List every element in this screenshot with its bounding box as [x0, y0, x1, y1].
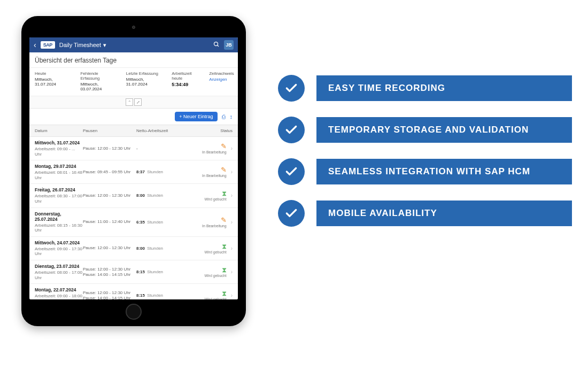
hourglass-icon: ⧗	[222, 190, 227, 197]
row-net-unit: Stunden	[146, 269, 163, 274]
feature-label: TEMPORARY STORAGE AND VALIDATION	[316, 117, 572, 143]
info-last: Letzte Erfassung Mittwoch, 31.07.2024	[126, 71, 164, 91]
sap-logo: SAP	[41, 41, 55, 49]
row-status-label: In Bearbeitung	[202, 224, 227, 228]
pencil-icon: ✎	[221, 217, 227, 223]
app-bar: ‹ SAP Daily Timesheet ▾ JB	[29, 37, 238, 52]
chevron-right-icon: ›	[231, 145, 233, 151]
row-pause-col: Pause: 11:00 - 12:40 Uhr	[83, 219, 136, 225]
row-date: Mittwoch, 24.07.2024	[35, 240, 83, 245]
row-worktime: Arbeitszeit: 09:00 - 17:30 Uhr	[35, 246, 83, 257]
row-worktime: Arbeitszeit: 08:15 - 16:30 Uhr	[35, 223, 83, 233]
row-status-label: Wird gebucht	[204, 274, 226, 278]
row-date-col: Mittwoch, 31.07.2024Arbeitszeit: 09:00 -…	[35, 140, 83, 157]
row-date: Montag, 22.07.2024	[35, 287, 83, 292]
row-date-col: Freitag, 26.07.2024Arbeitszeit: 08:30 - …	[35, 187, 83, 204]
col-pause: Pausen	[83, 128, 136, 133]
row-status-label: Wird gebucht	[204, 197, 226, 201]
row-status-label: In Bearbeitung	[202, 174, 227, 178]
table-header: Datum Pausen Netto-Arbeitszeit Status	[29, 125, 238, 137]
row-pause: Pause: 12:00 - 12:30 Uhr	[83, 146, 136, 151]
table-row[interactable]: Mittwoch, 31.07.2024Arbeitszeit: 09:00 -…	[29, 137, 238, 160]
row-net-col: 8:00 Stunden	[136, 193, 174, 198]
row-net-unit: Stunden	[146, 169, 163, 174]
table-row[interactable]: Mittwoch, 24.07.2024Arbeitszeit: 09:00 -…	[29, 237, 238, 260]
row-net-unit: Stunden	[146, 293, 163, 298]
chevron-right-icon: ›	[231, 292, 233, 298]
table-row[interactable]: Montag, 29.07.2024Arbeitszeit: 08:01 - 1…	[29, 160, 238, 184]
feature-label: SEAMLESS INTEGRATION WITH SAP HCM	[316, 159, 572, 184]
chevron-right-icon: ›	[231, 192, 233, 198]
print-icon[interactable]: ⎙	[222, 113, 226, 120]
row-net-col: 8:15 Stunden	[136, 293, 174, 298]
app-screen: ‹ SAP Daily Timesheet ▾ JB Übersicht der…	[29, 37, 238, 299]
row-date: Dienstag, 23.07.2024	[35, 264, 83, 269]
row-date: Donnerstag, 25.07.2024	[35, 211, 83, 222]
row-status-col: ⧗Wird gebucht	[174, 266, 229, 278]
row-pause: Pause: 12:00 - 12:30 Uhr	[83, 193, 136, 198]
hourglass-icon: ⧗	[222, 243, 227, 250]
row-pause-col: Pause: 09:45 - 09:55 Uhr	[83, 169, 136, 175]
row-date-col: Montag, 22.07.2024Arbeitszeit: 09:00 - 1…	[35, 287, 83, 299]
table-row[interactable]: Donnerstag, 25.07.2024Arbeitszeit: 08:15…	[29, 208, 238, 237]
table-row[interactable]: Montag, 22.07.2024Arbeitszeit: 09:00 - 1…	[29, 284, 238, 299]
check-icon	[278, 117, 305, 143]
tablet-camera	[132, 26, 135, 29]
row-date-col: Montag, 29.07.2024Arbeitszeit: 08:01 - 1…	[35, 164, 83, 180]
show-proof-link[interactable]: Anzeigen	[209, 77, 233, 82]
row-net-value: 8:15	[136, 269, 145, 274]
row-status-col: ⧗Wird gebucht	[174, 290, 229, 299]
row-status-label: Wird gebucht	[204, 250, 226, 254]
row-worktime: Arbeitszeit: 09:00 - 18:00 Uhr	[35, 294, 83, 299]
row-status-col: ⧗Wird gebucht	[174, 243, 229, 254]
info-missing: Fehlende Erfassung Mittwoch, 03.07.2024	[80, 71, 118, 91]
row-worktime: Arbeitszeit: 09:00 - ... Uhr	[35, 147, 83, 157]
chevron-right-icon: ›	[231, 169, 233, 175]
row-date: Mittwoch, 31.07.2024	[35, 140, 83, 145]
row-pause-col: Pause: 12:00 - 12:30 Uhr	[83, 146, 136, 151]
table-row[interactable]: Freitag, 26.07.2024Arbeitszeit: 08:30 - …	[29, 184, 238, 207]
row-date-col: Donnerstag, 25.07.2024Arbeitszeit: 08:15…	[35, 211, 83, 233]
check-icon	[278, 75, 305, 102]
col-date: Datum	[35, 128, 83, 133]
row-net-value: 6:35	[136, 220, 145, 225]
row-status-label: In Bearbeitung	[202, 150, 227, 154]
feature-label: MOBILE AVAILABILITY	[316, 201, 572, 226]
new-entry-button[interactable]: + Neuer Eintrag	[175, 112, 217, 121]
table-row[interactable]: Dienstag, 23.07.2024Arbeitszeit: 08:00 -…	[29, 260, 238, 284]
chevron-right-icon: ›	[231, 219, 233, 225]
pencil-icon: ✎	[221, 166, 227, 173]
row-pause: Pause: 12:00 - 12:30 Uhr	[83, 245, 136, 251]
row-pause: Pause: 12:00 - 12:30 Uhr	[83, 267, 136, 272]
row-net-col: 8:37 Stunden	[136, 169, 174, 174]
page-title: Übersicht der erfassten Tage	[29, 52, 238, 68]
row-net-value: 8:37	[136, 169, 145, 174]
back-icon[interactable]: ‹	[34, 41, 36, 49]
row-worktime: Arbeitszeit: 08:01 - 16:48 Uhr	[35, 170, 83, 180]
app-title-label: Daily Timesheet	[59, 42, 101, 48]
row-status-col: ⧗Wird gebucht	[174, 190, 229, 201]
svg-line-1	[218, 45, 219, 47]
row-pause-col: Pause: 12:00 - 12:30 UhrPause: 14:00 - 1…	[83, 290, 136, 299]
row-pause: Pause: 14:00 - 14:15 Uhr	[83, 296, 136, 299]
row-status-col: ✎In Bearbeitung	[174, 143, 229, 154]
row-net-value: 8:00	[136, 246, 145, 251]
row-net-col: 6:35 Stunden	[136, 220, 174, 225]
tablet-home-button[interactable]	[126, 304, 142, 320]
row-net-value: 8:00	[136, 193, 145, 198]
toolbar: + Neuer Eintrag ⎙ ↕	[29, 109, 238, 125]
row-worktime: Arbeitszeit: 08:00 - 17:00 Uhr	[35, 270, 83, 280]
user-avatar[interactable]: JB	[224, 40, 234, 50]
sort-icon[interactable]: ↕	[230, 113, 233, 120]
row-net-value: 8:15	[136, 293, 145, 298]
row-net-unit: Stunden	[146, 193, 163, 198]
app-title[interactable]: Daily Timesheet ▾	[59, 42, 106, 49]
feature-item: MOBILE AVAILABILITY	[278, 200, 572, 227]
feature-item: TEMPORARY STORAGE AND VALIDATION	[278, 117, 572, 143]
pin-icon[interactable]: ⤢	[134, 98, 142, 106]
search-icon[interactable]	[213, 41, 220, 49]
row-net-col: -	[136, 146, 174, 151]
row-pause: Pause: 12:00 - 12:30 Uhr	[83, 290, 136, 296]
check-icon	[278, 200, 305, 227]
collapse-icon[interactable]: ⌃	[126, 98, 133, 106]
